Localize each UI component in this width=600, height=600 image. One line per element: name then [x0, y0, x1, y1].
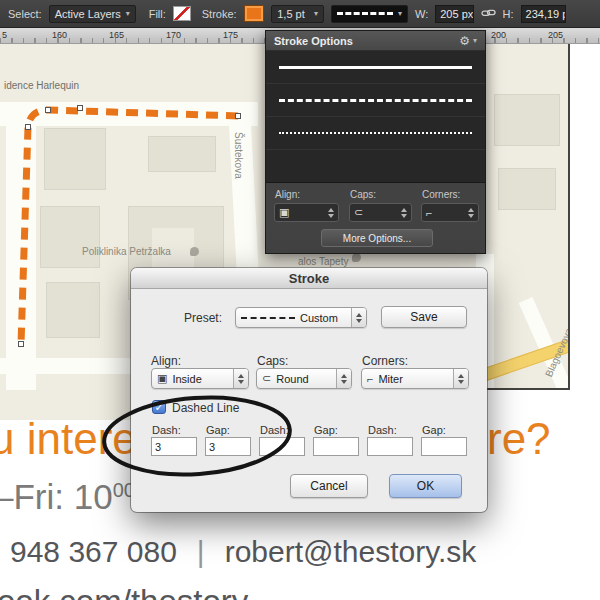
gap-input-3[interactable] — [421, 437, 467, 456]
stroke-style-option-solid[interactable] — [266, 51, 485, 84]
stroke-style-list — [266, 51, 485, 183]
gap-input-1[interactable] — [205, 437, 251, 456]
map-road — [0, 358, 142, 374]
panel-caps-dropdown[interactable]: ⊂ — [349, 203, 412, 222]
map-road — [6, 102, 36, 390]
panel-align-dropdown[interactable]: ▣ — [274, 203, 339, 222]
map-pin-icon — [190, 247, 199, 256]
caps-value: Round — [276, 373, 308, 385]
link-icon[interactable] — [481, 7, 496, 21]
width-label: W: — [415, 8, 428, 20]
map-label-tapety: alos Tapety — [298, 256, 348, 267]
ruler-tick-label: 160 — [52, 30, 67, 40]
select-mode-dropdown[interactable]: Active Layers ▾ — [49, 5, 136, 23]
gap-label: Gap: — [422, 424, 446, 436]
map-building — [46, 282, 100, 338]
control-bar: Select: Active Layers ▾ Fill: Stroke: 1,… — [0, 0, 600, 28]
dropdown-arrows-icon — [453, 369, 468, 388]
gap-input-2[interactable] — [313, 437, 359, 456]
save-button[interactable]: Save — [381, 306, 467, 328]
dropdown-arrow-icon: ▾ — [126, 10, 130, 18]
width-value: 205 px — [440, 8, 473, 20]
dashed-line-label: Dashed Line — [172, 401, 239, 415]
panel-corners-dropdown[interactable]: ⌐ — [421, 203, 479, 222]
contact-phone: 948 367 080 — [10, 535, 177, 569]
align-value: Inside — [172, 373, 201, 385]
dotted-stroke-preview — [279, 132, 472, 134]
webpage-heading-left: u intere — [0, 414, 137, 464]
artboard-border-bottom — [487, 388, 570, 390]
dashed-line-checkbox[interactable]: ✓ — [152, 400, 166, 414]
caps-label: Caps: — [257, 354, 288, 368]
dashed-stroke-preview — [279, 99, 472, 102]
height-label: H: — [503, 8, 514, 20]
stroke-label: Stroke: — [202, 8, 237, 20]
corners-dropdown[interactable]: ⌐ Miter — [361, 368, 469, 389]
stroke-weight-value: 1,5 pt — [277, 8, 305, 20]
screenshot-root: idence Harlequin Šustekova Poliklinika P… — [0, 0, 600, 600]
corners-value: Miter — [378, 373, 402, 385]
hours-text: –Fri: 10 — [0, 477, 113, 516]
map-label-residence: idence Harlequin — [4, 80, 79, 91]
stroke-style-option-dashed[interactable] — [266, 84, 485, 117]
dropdown-arrow-icon: ▾ — [398, 10, 402, 18]
corner-icon: ⌐ — [426, 207, 432, 219]
map-building — [148, 136, 216, 172]
miter-corner-icon: ⌐ — [367, 373, 373, 385]
map-label-street-sustekova: Šustekova — [233, 132, 244, 179]
panel-menu-button[interactable]: ⚙ ▾ — [459, 34, 477, 48]
webpage-contact: 948 367 080 | robert@thestory.sk — [10, 535, 476, 569]
gear-icon: ⚙ — [459, 34, 470, 48]
round-cap-icon: ⊂ — [262, 372, 271, 385]
align-dropdown[interactable]: ▣ Inside — [151, 368, 249, 389]
dash-style-dropdown[interactable]: ▾ — [331, 5, 408, 23]
dash-label: Dash: — [368, 424, 397, 436]
ok-button[interactable]: OK — [389, 474, 462, 498]
dash-input-1[interactable] — [151, 437, 197, 456]
preset-dropdown[interactable]: Custom — [235, 307, 367, 328]
select-label: Select: — [8, 8, 42, 20]
dropdown-arrows-icon — [351, 308, 366, 327]
dash-label: Dash: — [260, 424, 289, 436]
dropdown-arrow-icon: ▾ — [314, 10, 318, 18]
height-value: 234,19 p — [526, 8, 566, 20]
height-input[interactable]: 234,19 p — [521, 5, 566, 23]
caps-dropdown[interactable]: ⊂ Round — [256, 368, 352, 389]
dash-input-2[interactable] — [259, 437, 305, 456]
map-label-poliklinika: Poliklinika Petržalka — [82, 246, 171, 257]
ruler-tick-label: 5 — [2, 30, 7, 40]
dropdown-arrows-icon — [328, 208, 334, 218]
solid-stroke-preview — [279, 66, 472, 69]
stroke-style-option-dotted[interactable] — [266, 117, 485, 150]
preset-label: Preset: — [184, 311, 222, 325]
preset-value: Custom — [300, 312, 338, 324]
dashed-line-preview — [337, 12, 393, 15]
dash-input-3[interactable] — [367, 437, 413, 456]
ruler-tick-label: 200 — [491, 30, 506, 40]
corners-label: Corners: — [362, 354, 408, 368]
ruler-tick-label: 175 — [223, 30, 238, 40]
dropdown-arrow-icon: ▾ — [473, 37, 477, 45]
cancel-button[interactable]: Cancel — [290, 474, 368, 498]
stroke-dialog: Stroke Preset: Custom Save Align: Caps: … — [131, 268, 487, 512]
webpage-heading-right: re? — [487, 414, 551, 464]
ruler-tick-label: 170 — [166, 30, 181, 40]
stroke-options-panel: Stroke Options ⚙ ▾ Align: Caps: Corners:… — [265, 30, 486, 254]
contact-separator: | — [197, 535, 205, 569]
check-icon: ✓ — [154, 401, 163, 413]
panel-caps-label: Caps: — [350, 189, 376, 200]
panel-align-label: Align: — [275, 189, 300, 200]
stroke-weight-dropdown[interactable]: 1,5 pt ▾ — [271, 5, 324, 23]
map-building — [498, 168, 556, 210]
dash-label: Dash: — [152, 424, 181, 436]
align-label: Align: — [151, 354, 181, 368]
stroke-color-swatch[interactable] — [244, 5, 265, 22]
fill-none-swatch[interactable] — [173, 6, 191, 21]
ruler-tick-label: 165 — [109, 30, 124, 40]
artboard-border-right — [568, 44, 570, 390]
more-options-button[interactable]: More Options... — [321, 229, 433, 247]
width-input[interactable]: 205 px — [435, 5, 473, 23]
fill-label: Fill: — [149, 8, 166, 20]
dialog-title: Stroke — [131, 268, 487, 289]
align-inside-icon: ▣ — [157, 372, 167, 385]
